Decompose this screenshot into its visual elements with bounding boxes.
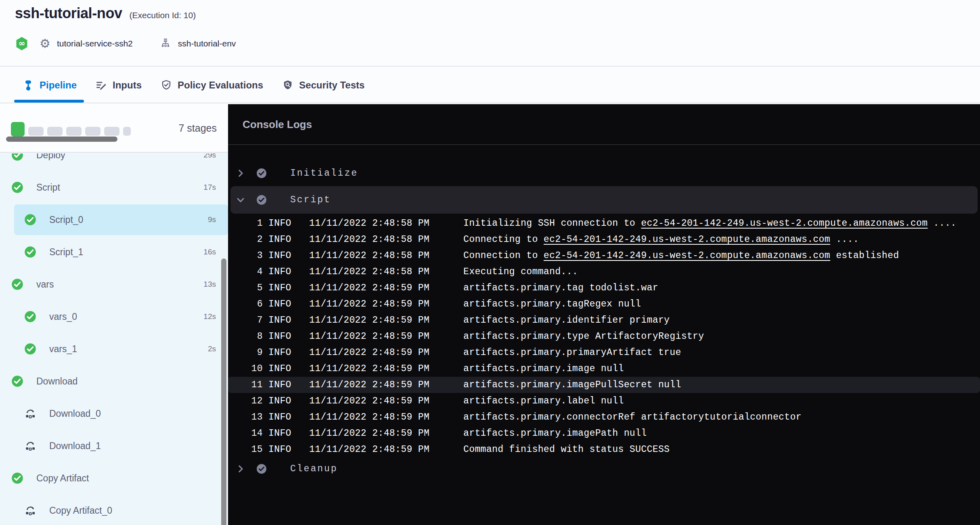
stage-row-copy-artifact[interactable]: Copy Artifact (0, 462, 228, 494)
tab-policy-evaluations[interactable]: Policy Evaluations (160, 67, 263, 103)
hostname-link[interactable]: ec2-54-201-142-249.us-west-2.compute.ama… (544, 250, 830, 261)
log-message: Initializing SSH connection to ec2-54-20… (463, 218, 980, 229)
hostname-link[interactable]: ec2-54-201-142-249.us-west-2.compute.ama… (641, 218, 928, 229)
stage-duration: 29s (203, 153, 216, 160)
tab-security-tests[interactable]: Security Tests (282, 67, 364, 103)
log-line-14[interactable]: 14INFO11/11/2022 2:48:59 PMartifacts.pri… (228, 425, 980, 441)
log-message: artifacts.primary.type ArtifactoryRegist… (463, 331, 980, 342)
vertical-scrollbar[interactable] (221, 258, 226, 525)
log-timestamp: 11/11/2022 2:48:59 PM (309, 380, 463, 390)
stages-sidebar: 7 stages Deploy29sScript17sScript_09sScr… (0, 104, 228, 525)
stage-duration: 2s (208, 344, 216, 353)
log-timestamp: 11/11/2022 2:48:58 PM (309, 218, 463, 229)
tab-inputs[interactable]: Inputs (95, 67, 142, 103)
log-text: established (830, 250, 899, 261)
log-line-number: 13 (228, 412, 263, 422)
log-timestamp: 11/11/2022 2:48:59 PM (309, 396, 463, 406)
horizontal-scrollbar[interactable] (6, 136, 117, 142)
svg-text:∞: ∞ (19, 38, 25, 48)
log-line-number: 14 (228, 428, 263, 439)
log-line-15[interactable]: 15INFO11/11/2022 2:48:59 PMCommand finis… (228, 441, 980, 458)
log-message: artifacts.primary.primaryArtifact true (463, 347, 980, 358)
log-line-4[interactable]: 4INFO11/11/2022 2:48:58 PMExecuting comm… (228, 264, 980, 280)
service-name[interactable]: tutorial-service-ssh2 (57, 39, 133, 48)
log-line-11[interactable]: 11INFO11/11/2022 2:48:59 PMartifacts.pri… (228, 377, 980, 393)
success-check-icon (11, 375, 23, 387)
log-text: Connecting to (463, 234, 544, 245)
success-check-icon (24, 246, 36, 258)
log-line-3[interactable]: 3INFO11/11/2022 2:48:58 PMConnection to … (228, 248, 980, 264)
log-message: Connecting to ec2-54-201-142-249.us-west… (463, 234, 980, 245)
log-line-number: 12 (228, 396, 263, 406)
progress-square-pending (85, 127, 101, 136)
log-timestamp: 11/11/2022 2:48:59 PM (309, 363, 463, 374)
log-line-6[interactable]: 6INFO11/11/2022 2:48:59 PMartifacts.prim… (228, 296, 980, 312)
chevron-down-icon[interactable] (235, 195, 246, 205)
execution-meta-row: ∞ ⚙ tutorial-service-ssh2 ssh-tutorial-e… (15, 35, 236, 52)
log-section-script[interactable]: Script (230, 186, 978, 214)
stage-row-script[interactable]: Script17s (0, 171, 228, 204)
log-line-1[interactable]: 1INFO11/11/2022 2:48:58 PMInitializing S… (228, 215, 980, 231)
stage-label: Download (36, 376, 77, 387)
tab-label: Security Tests (299, 80, 364, 91)
log-level: INFO (268, 396, 309, 406)
log-text: artifacts.primary.label null (463, 396, 624, 406)
log-line-5[interactable]: 5INFO11/11/2022 2:48:59 PMartifacts.prim… (228, 280, 980, 296)
section-label: Script (290, 195, 331, 205)
stage-duration: 9s (208, 215, 216, 224)
stage-row-download[interactable]: Download (0, 365, 228, 397)
stage-row-download-1[interactable]: Download_1 (0, 430, 228, 462)
log-line-9[interactable]: 9INFO11/11/2022 2:48:59 PMartifacts.prim… (228, 344, 980, 361)
section-success-icon (256, 464, 267, 474)
progress-square-pending (104, 127, 119, 136)
log-level: INFO (268, 444, 309, 455)
console-header: Console Logs (228, 104, 980, 145)
stage-label: Download_0 (49, 408, 101, 419)
log-timestamp: 11/11/2022 2:48:58 PM (309, 250, 463, 261)
log-line-7[interactable]: 7INFO11/11/2022 2:48:59 PMartifacts.prim… (228, 312, 980, 328)
log-timestamp: 11/11/2022 2:48:59 PM (309, 283, 463, 293)
log-level: INFO (268, 347, 309, 358)
log-level: INFO (268, 218, 309, 229)
log-level: INFO (268, 234, 309, 245)
execution-header: ssh-tutorial-nov (Execution Id: 10) ∞ ⚙ … (0, 0, 980, 67)
stage-row-vars[interactable]: vars13s (0, 268, 228, 300)
stage-row-download-0[interactable]: Download_0 (0, 397, 228, 430)
log-timestamp: 11/11/2022 2:48:58 PM (309, 234, 463, 245)
stage-row-vars-0[interactable]: vars_012s (0, 300, 228, 333)
stage-row-script-1[interactable]: Script_116s (0, 236, 228, 268)
log-line-10[interactable]: 10INFO11/11/2022 2:48:59 PMartifacts.pri… (228, 361, 980, 377)
cd-module-icon: ∞ (15, 36, 29, 51)
log-level: INFO (268, 283, 309, 293)
chevron-right-icon[interactable] (235, 464, 246, 474)
stage-row-script-0[interactable]: Script_09s (0, 204, 228, 236)
log-message: artifacts.primary.tagRegex null (463, 299, 980, 309)
tab-label: Pipeline (40, 80, 77, 91)
tab-pipeline[interactable]: Pipeline (22, 67, 77, 103)
stage-row-deploy[interactable]: Deploy29s (0, 153, 228, 171)
hostname-link[interactable]: ec2-54-201-142-249.us-west-2.compute.ama… (544, 234, 830, 245)
success-check-icon (11, 153, 23, 161)
success-check-icon (24, 311, 36, 323)
log-line-number: 9 (228, 347, 263, 358)
selected-stage-highlight (14, 204, 228, 235)
log-line-12[interactable]: 12INFO11/11/2022 2:48:59 PMartifacts.pri… (228, 393, 980, 409)
chevron-right-icon[interactable] (235, 168, 246, 178)
log-section-initialize[interactable]: Initialize (228, 162, 980, 185)
log-line-number: 4 (228, 267, 263, 277)
stage-row-vars-1[interactable]: vars_12s (0, 333, 228, 365)
log-timestamp: 11/11/2022 2:48:58 PM (309, 267, 463, 277)
log-line-13[interactable]: 13INFO11/11/2022 2:48:59 PMartifacts.pri… (228, 409, 980, 425)
stage-row-copy-artifact-0[interactable]: Copy Artifact_0 (0, 494, 228, 525)
log-line-2[interactable]: 2INFO11/11/2022 2:48:58 PMConnecting to … (228, 231, 980, 248)
progress-square-pending (28, 127, 44, 136)
log-level: INFO (268, 380, 309, 390)
stage-duration: 12s (203, 312, 216, 321)
log-line-8[interactable]: 8INFO11/11/2022 2:48:59 PMartifacts.prim… (228, 328, 980, 344)
environment-name[interactable]: ssh-tutorial-env (178, 39, 236, 48)
stage-duration: 17s (203, 183, 216, 192)
log-text: Command finished with status SUCCESS (463, 444, 670, 455)
log-section-cleanup[interactable]: Cleanup (228, 458, 980, 480)
progress-square-pending (123, 127, 131, 136)
log-message: artifacts.primary.label null (463, 396, 980, 406)
